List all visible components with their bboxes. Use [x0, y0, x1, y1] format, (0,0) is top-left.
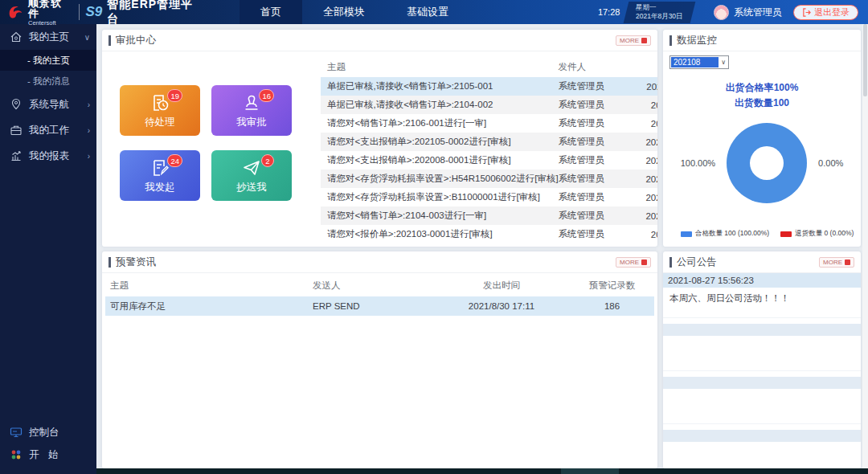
logo-subtitle: Centersoft [28, 20, 72, 27]
alerts-title: 预警资讯 [116, 255, 156, 269]
data-monitor-panel: 数据监控 202108 ∨ 出货合格率100% 出货数量100 100.00% … [663, 30, 861, 247]
initiated-count-badge: 24 [167, 154, 182, 167]
legend-swatch-blue [681, 231, 692, 237]
period-select[interactable]: 202108 ∨ [669, 55, 729, 69]
clock: 17:28 [598, 7, 620, 17]
sidebar: 我的主页 ∨ - 我的主页 - 我的消息 系统导航 › 我的工作 › 我的报表 … [0, 24, 96, 474]
company-logo-icon [6, 3, 24, 21]
sidebar-item-system-nav[interactable]: 系统导航 › [0, 92, 96, 117]
briefcase-icon [10, 124, 23, 137]
alerts-panel: 预警资讯 MORE 主题 发送人 发出时间 预警记录数 可用库存不足 ERP S… [102, 251, 657, 468]
donut-left-label: 100.00% [681, 158, 715, 168]
table-row[interactable]: 单据已审核,请接收<销售订单>:2104-002系统管理员2021/8/5 16… [321, 96, 657, 114]
chevron-down-icon: ∨ [84, 33, 90, 42]
logout-icon [802, 8, 811, 17]
sidebar-item-my-work[interactable]: 我的工作 › [0, 117, 96, 143]
page-scrollbar[interactable] [862, 24, 868, 468]
nav-home[interactable]: 首页 [240, 0, 302, 24]
chart-legend: 合格数量 100 (100.00%) 退货数量 0 (0.00%) [669, 229, 854, 239]
tile-pending[interactable]: 待处理 19 [120, 85, 200, 136]
chevron-right-icon: › [88, 126, 90, 135]
more-icon [641, 38, 647, 43]
start-grid-icon [10, 448, 23, 461]
bottom-bar [96, 468, 868, 474]
map-pin-icon [10, 98, 23, 111]
alerts-more-button[interactable]: MORE [616, 257, 651, 268]
s9-logo: S9 [86, 4, 103, 20]
alerts-table-header: 主题 发送人 发出时间 预警记录数 [105, 275, 654, 296]
table-row[interactable]: 请您对<存货浮动耗损率设置>:H54R15006002进行[审核]系统管理员20… [321, 170, 657, 188]
main-content: 审批中心 MORE 待处理 19 我审批 16 我发起 [96, 24, 868, 469]
announcement-item[interactable]: 2021-08-27 15:56:23 本周六、周日公司活动！！！ [663, 273, 861, 318]
logo: 顺景软件 Centersoft S9 智能ERP管理平台 [0, 0, 203, 27]
period-select-value: 202108 [671, 57, 719, 67]
chevron-right-icon: › [88, 152, 90, 161]
panel-accent [669, 257, 672, 268]
table-row[interactable]: 请您对<支出报销单>:202105-0002进行[审核]系统管理员2021/5/… [321, 133, 657, 151]
sidebar-item-start[interactable]: 开 始 [0, 443, 96, 466]
panel-accent [669, 35, 672, 46]
approval-center-title: 审批中心 [116, 34, 156, 47]
alert-row[interactable]: 可用库存不足 ERP SEND 2021/8/30 17:11 186 [105, 296, 654, 316]
approval-table: 主题 发件人 发出时间 单据已审核,请接收<销售订单>:2105-001系统管理… [321, 56, 657, 243]
sidebar-item-my-reports[interactable]: 我的报表 › [0, 143, 96, 169]
logout-button[interactable]: 退出登录 [793, 5, 858, 20]
pending-count-badge: 19 [167, 89, 182, 102]
top-nav: 首页 全部模块 基础设置 [240, 0, 469, 24]
logo-title: 顺景软件 [28, 0, 72, 18]
alerts-table: 主题 发送人 发出时间 预警记录数 可用库存不足 ERP SEND 2021/8… [102, 273, 657, 468]
panel-accent [108, 35, 111, 46]
user-avatar[interactable] [714, 5, 729, 20]
table-row[interactable]: 请您对<存货浮动耗损率设置>:B11000001进行[审核]系统管理员2021/… [321, 188, 657, 206]
chevron-right-icon: › [88, 100, 90, 109]
panel-accent [108, 257, 111, 268]
home-icon [10, 31, 23, 43]
date-block: 星期一 2021年8月30日 [624, 2, 695, 23]
announcement-item-empty [663, 430, 861, 468]
legend-swatch-red [780, 231, 792, 237]
sidebar-subitem-my-home[interactable]: - 我的主页 [0, 50, 96, 71]
weekday: 星期一 [636, 3, 683, 12]
date: 2021年8月30日 [636, 12, 683, 21]
announcements-panel: 公司公告 MORE 2021-08-27 15:56:23 本周六、周日公司活动… [663, 251, 861, 468]
data-monitor-title: 数据监控 [677, 34, 717, 47]
user-name: 系统管理员 [734, 6, 782, 19]
sidebar-subitem-my-messages[interactable]: - 我的消息 [0, 71, 96, 92]
nav-basic-settings[interactable]: 基础设置 [386, 0, 469, 24]
announcement-item-empty [663, 324, 861, 371]
paper-plane-icon [241, 157, 262, 178]
tile-cc-to-me[interactable]: 抄送我 2 [211, 150, 292, 201]
page-scrollbar-thumb[interactable] [863, 24, 867, 96]
tile-my-approvals[interactable]: 我审批 16 [211, 85, 292, 136]
donut-chart[interactable] [727, 123, 807, 203]
top-bar: 顺景软件 Centersoft S9 智能ERP管理平台 首页 全部模块 基础设… [0, 0, 868, 24]
tile-initiated-by-me[interactable]: 我发起 24 [120, 150, 200, 201]
my-approvals-count-badge: 16 [259, 89, 274, 102]
table-row[interactable]: 请您对<销售订单>:2104-003进行[一审]系统管理员2021/4/23 1… [321, 206, 657, 225]
table-row[interactable]: 请您对<支出报销单>:202008-0001进行[审核]系统管理员2021/5/… [321, 151, 657, 170]
table-row[interactable]: 请您对<报价单>:202103-0001进行[审核]系统管理员2021/3/3 … [321, 225, 657, 243]
more-icon [641, 259, 647, 265]
legend-returned: 退货数量 0 (0.00%) [780, 229, 854, 239]
nav-all-modules[interactable]: 全部模块 [302, 0, 386, 24]
bar-chart-icon [10, 149, 23, 162]
monitor-summary: 出货合格率100% 出货数量100 [669, 80, 854, 110]
cc-count-badge: 2 [261, 154, 274, 167]
announcements-more-button[interactable]: MORE [819, 257, 854, 268]
sidebar-item-my-home[interactable]: 我的主页 ∨ [0, 24, 96, 50]
approval-center-panel: 审批中心 MORE 待处理 19 我审批 16 我发起 [102, 30, 657, 247]
announcement-content: 本周六、周日公司活动！！！ [663, 288, 861, 318]
announcement-date: 2021-08-27 15:56:23 [663, 273, 861, 288]
more-icon [845, 259, 850, 265]
app-title: 智能ERP管理平台 [107, 0, 203, 27]
table-row[interactable]: 单据已审核,请接收<销售订单>:2105-001系统管理员2021/8/14 1… [321, 77, 657, 96]
announcement-item-empty [663, 377, 861, 424]
logo-divider [79, 4, 80, 20]
announcements-title: 公司公告 [677, 255, 717, 269]
approval-more-button[interactable]: MORE [616, 35, 651, 46]
table-row[interactable]: 请您对<销售订单>:2106-001进行[一审]系统管理员2021/6/5 14… [321, 114, 657, 133]
sidebar-item-console[interactable]: 控制台 [0, 421, 96, 443]
donut-right-label: 0.00% [818, 158, 843, 168]
monitor-icon [10, 426, 23, 439]
chevron-down-icon: ∨ [719, 59, 728, 66]
